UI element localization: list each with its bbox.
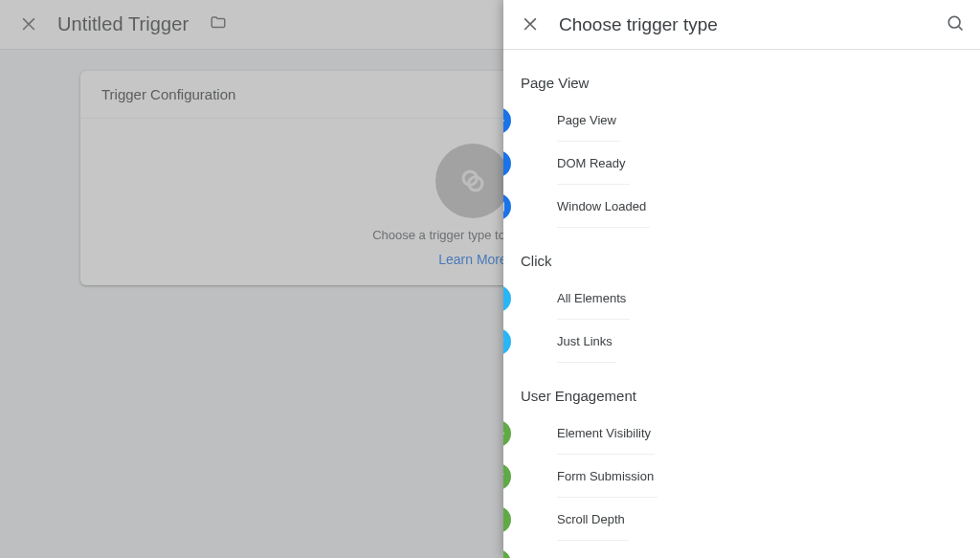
window-icon (503, 193, 511, 220)
drawer-header: Choose trigger type (503, 0, 980, 50)
trigger-option-window-loaded[interactable]: Window Loaded (521, 185, 963, 228)
link-icon (503, 328, 511, 355)
document-icon (503, 150, 511, 177)
trigger-option-scroll-depth[interactable]: Scroll Depth (521, 498, 963, 541)
form-icon (503, 463, 511, 490)
trigger-label: Form Submission (557, 469, 654, 483)
trigger-label: Just Links (557, 334, 612, 348)
trigger-option-all-elements[interactable]: All Elements (521, 277, 963, 320)
trigger-label: All Elements (557, 291, 626, 305)
section-click: Click All Elements Just Links (521, 228, 963, 363)
eye-icon (503, 420, 511, 447)
section-user-engagement: User Engagement Element Visibility Form … (521, 363, 963, 558)
section-page-view: Page View Page View DOM Ready Window Loa… (521, 50, 963, 228)
close-icon[interactable] (521, 13, 540, 36)
trigger-label: Scroll Depth (557, 512, 625, 526)
section-heading: Page View (521, 69, 963, 99)
section-heading: User Engagement (521, 382, 963, 412)
trigger-label: Page View (557, 113, 616, 127)
trigger-option-page-view[interactable]: Page View (521, 99, 963, 142)
search-icon[interactable] (946, 13, 965, 36)
trigger-option-youtube-video[interactable]: YouTube Video (521, 541, 963, 558)
eye-icon (503, 107, 511, 134)
drawer-title: Choose trigger type (559, 14, 926, 35)
trigger-option-form-submission[interactable]: Form Submission (521, 455, 963, 498)
section-heading: Click (521, 247, 963, 277)
trigger-type-drawer: Choose trigger type Page View Page View … (503, 0, 980, 558)
play-icon (503, 549, 511, 559)
trigger-option-dom-ready[interactable]: DOM Ready (521, 142, 963, 185)
svg-point-2 (948, 16, 960, 28)
trigger-label: Window Loaded (557, 199, 646, 213)
drawer-body: Page View Page View DOM Ready Window Loa… (503, 50, 980, 558)
trigger-label: Element Visibility (557, 426, 651, 440)
scroll-icon (503, 506, 511, 533)
mouse-icon (503, 285, 511, 312)
trigger-option-just-links[interactable]: Just Links (521, 320, 963, 363)
trigger-option-element-visibility[interactable]: Element Visibility (521, 412, 963, 455)
trigger-label: DOM Ready (557, 156, 626, 170)
